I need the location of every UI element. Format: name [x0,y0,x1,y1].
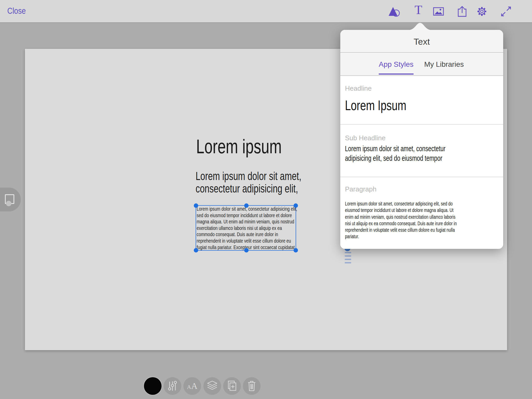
canvas-subheadline-text[interactable]: Lorem ipsum dolor sit amet, consectetur … [196,170,301,195]
selection-handle-bottom-center[interactable] [244,248,249,252]
side-drawer-handle-button[interactable] [0,188,21,211]
paragraph-style-sample[interactable]: Lorem ipsum dolor sit amet, consectetur … [345,201,497,240]
selection-handle-bottom-right[interactable] [294,248,298,252]
fullscreen-button[interactable] [500,5,512,18]
trash-icon [245,380,258,392]
popover-arrow [408,23,433,30]
canvas-paragraph-text[interactable]: Lorem ipsum dolor sit amet, consectetur … [197,206,298,250]
share-icon [456,5,468,18]
selection-handle-bottom-left[interactable] [194,248,198,252]
drawer-dot-icon [6,201,11,206]
delete-button[interactable] [243,377,261,395]
text-style-popover: Text App Styles My Libraries Headline Lo… [340,30,503,249]
popover-tab-bar: App Styles My Libraries [340,53,503,76]
gear-icon [476,5,488,18]
settings-button[interactable] [476,5,488,18]
top-toolbar: Close T [0,0,532,23]
duplicate-icon [226,380,238,392]
layers-icon [206,380,218,392]
properties-button[interactable] [164,377,181,395]
selected-text-frame[interactable]: Lorem ipsum dolor sit amet, consectetur … [196,205,296,251]
popover-header: Text [340,30,503,53]
canvas-headline-text[interactable]: Lorem ipsum [196,136,282,157]
share-button[interactable] [456,5,468,18]
headline-style-label: Headline [345,84,372,92]
paragraph-style-label: Paragraph [345,185,376,193]
selection-handle-top-left[interactable] [194,203,198,208]
subheadline-style-label: Sub Headline [345,134,385,142]
text-size-icon: AA [187,382,197,390]
style-row-paragraph[interactable]: Paragraph Lorem ipsum dolor sit amet, co… [340,177,503,249]
layers-button[interactable] [203,377,221,395]
subheadline-style-sample[interactable]: Lorem ipsum dolor sit amet, consectetur … [345,144,445,163]
shapes-tool-button[interactable] [388,5,400,18]
text-tool-icon: T [415,3,422,17]
duplicate-button[interactable] [223,377,241,395]
close-button[interactable]: Close [7,6,26,16]
style-row-subheadline[interactable]: Sub Headline Lorem ipsum dolor sit amet,… [340,125,503,177]
tab-my-libraries[interactable]: My Libraries [424,61,464,68]
popover-title: Text [340,37,503,47]
color-swatch-button[interactable] [144,377,162,395]
sliders-icon [166,380,179,392]
image-tool-button[interactable] [432,5,445,18]
headline-style-sample[interactable]: Lorem Ipsum [345,98,406,113]
tab-app-styles[interactable]: App Styles [379,57,414,75]
shapes-icon [388,5,400,18]
selection-handle-top-center[interactable] [244,203,249,208]
text-tool-button[interactable]: T [415,4,422,16]
image-icon [432,5,445,18]
expand-icon [500,5,512,18]
text-size-button[interactable]: AA [183,377,201,395]
style-row-headline[interactable]: Headline Lorem Ipsum [340,76,503,125]
selection-handle-top-right[interactable] [294,203,298,208]
